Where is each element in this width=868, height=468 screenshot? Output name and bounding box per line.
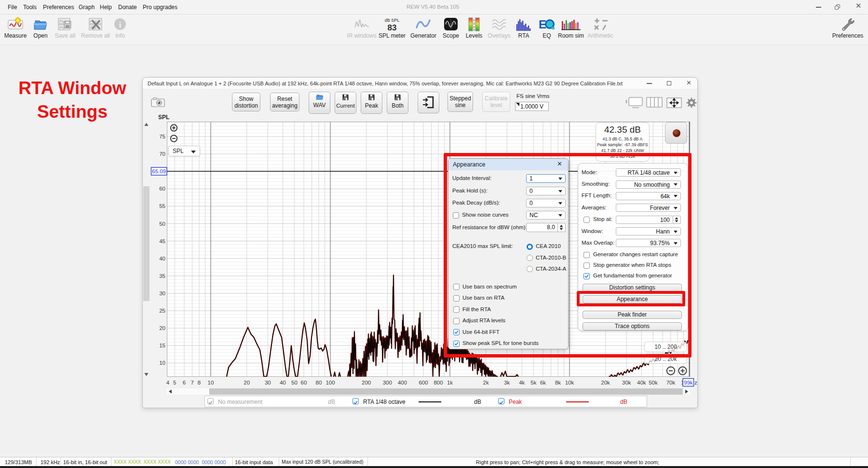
svg-text:8k: 8k: [555, 380, 561, 385]
svg-text:6k: 6k: [540, 380, 546, 385]
svg-text:40k: 40k: [637, 380, 646, 385]
svg-text:20: 20: [244, 380, 250, 385]
svg-text:99k: 99k: [684, 380, 693, 385]
svg-text:5: 5: [173, 380, 176, 385]
svg-text:10k: 10k: [565, 380, 574, 385]
svg-text:70k: 70k: [666, 380, 676, 385]
svg-text:10: 10: [208, 380, 214, 385]
svg-text:50k: 50k: [649, 380, 658, 385]
svg-text:25: 25: [159, 308, 165, 314]
svg-text:1k: 1k: [447, 380, 453, 385]
svg-text:6: 6: [183, 380, 186, 385]
svg-text:15: 15: [159, 343, 165, 348]
svg-text:60: 60: [159, 186, 165, 192]
svg-text:80: 80: [316, 380, 322, 385]
svg-text:600: 600: [419, 380, 428, 385]
svg-text:50: 50: [159, 221, 165, 227]
svg-text:40: 40: [159, 256, 165, 262]
svg-text:20: 20: [159, 325, 165, 331]
svg-text:30k: 30k: [622, 380, 631, 385]
svg-text:40: 40: [280, 380, 286, 385]
svg-text:4k: 4k: [519, 380, 525, 385]
svg-text:8: 8: [198, 380, 201, 385]
svg-text:z: z: [694, 380, 697, 385]
svg-text:20k: 20k: [601, 380, 610, 385]
svg-text:45: 45: [159, 238, 165, 244]
svg-text:60: 60: [301, 380, 307, 385]
svg-text:100: 100: [326, 380, 335, 385]
svg-text:30: 30: [265, 380, 271, 385]
svg-text:200: 200: [362, 380, 371, 385]
svg-text:2k: 2k: [483, 380, 489, 385]
svg-text:400: 400: [398, 380, 407, 385]
svg-text:5k: 5k: [530, 380, 536, 385]
svg-text:65.09: 65.09: [152, 168, 166, 174]
svg-text:800: 800: [434, 380, 443, 385]
svg-text:50: 50: [291, 380, 298, 385]
svg-text:4: 4: [166, 380, 170, 385]
svg-text:300: 300: [383, 380, 392, 385]
svg-text:35: 35: [159, 273, 165, 279]
svg-text:75: 75: [159, 134, 165, 139]
svg-text:70: 70: [159, 151, 165, 157]
svg-text:30: 30: [159, 290, 165, 296]
svg-text:7: 7: [190, 380, 193, 385]
svg-text:10: 10: [159, 360, 165, 366]
svg-text:55: 55: [159, 203, 165, 209]
svg-text:3k: 3k: [504, 380, 510, 385]
